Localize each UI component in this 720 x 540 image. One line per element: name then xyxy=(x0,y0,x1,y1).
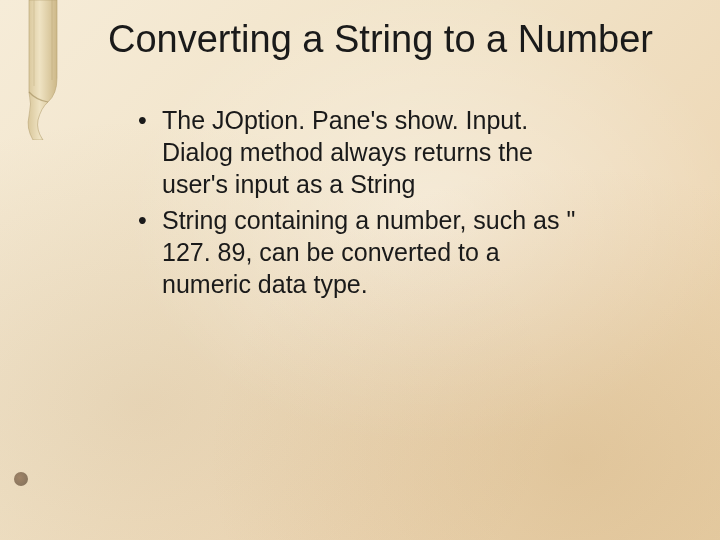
bullet-list: The JOption. Pane's show. Input. Dialog … xyxy=(108,104,578,300)
list-item: String containing a number, such as " 12… xyxy=(138,204,578,300)
bookmark-ribbon-icon xyxy=(24,0,62,140)
slide-title: Converting a String to a Number xyxy=(108,18,668,62)
slide-content: Converting a String to a Number The JOpt… xyxy=(108,18,668,304)
list-item: The JOption. Pane's show. Input. Dialog … xyxy=(138,104,578,200)
paper-blemish-icon xyxy=(14,472,28,486)
